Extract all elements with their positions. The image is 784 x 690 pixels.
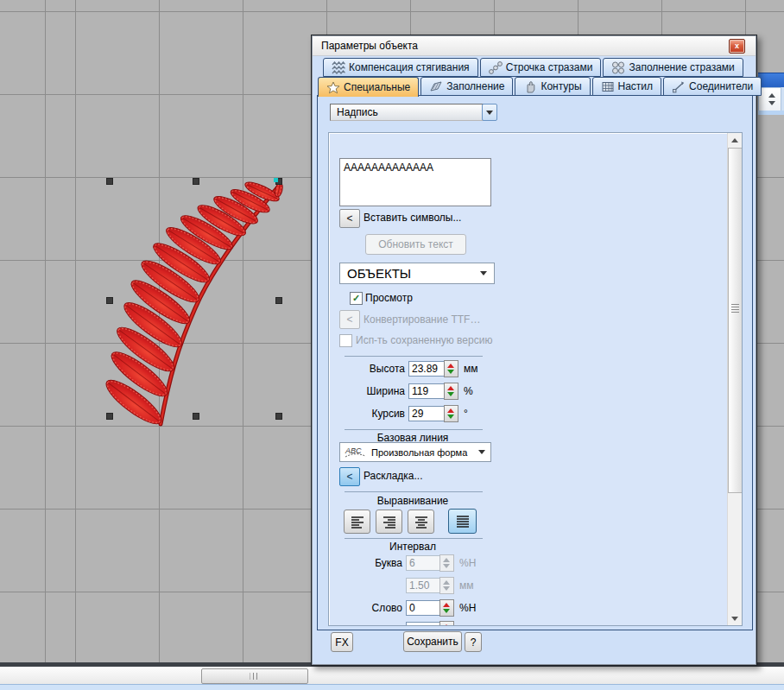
- spin-down-icon[interactable]: [447, 392, 454, 396]
- tab-underlay[interactable]: Настил: [592, 77, 662, 96]
- tab-row-top: Компенсация стягивания Строчка стразами …: [323, 58, 743, 77]
- width-spinner[interactable]: [444, 383, 458, 400]
- use-saved-checkbox[interactable]: [339, 334, 352, 347]
- rhinestone-run-icon: [489, 61, 503, 74]
- spin-up-icon[interactable]: [447, 386, 454, 390]
- dialog-titlebar[interactable]: Параметры объекта: [313, 36, 756, 56]
- svg-text:ABC: ABC: [345, 446, 362, 455]
- background-panel-sliver: [758, 111, 784, 115]
- clipped-spinner[interactable]: [439, 621, 454, 626]
- update-text-button[interactable]: Обновить текст: [365, 234, 466, 255]
- help-button[interactable]: ?: [465, 632, 482, 652]
- close-button[interactable]: x: [729, 39, 745, 54]
- letter-spacing-mm-input[interactable]: [406, 578, 442, 593]
- selection-handle[interactable]: [107, 414, 113, 420]
- tab-outlines[interactable]: Контуры: [515, 77, 590, 96]
- width-input[interactable]: [408, 383, 446, 399]
- italic-spinner[interactable]: [444, 405, 458, 422]
- italic-input[interactable]: [408, 406, 446, 421]
- spacing-heading: Интервал: [329, 541, 496, 553]
- clipped-input[interactable]: [406, 622, 442, 626]
- letter-spacing-label: Буква: [337, 557, 402, 569]
- horizontal-scrollbar-thumb[interactable]: [201, 668, 308, 684]
- horizontal-scrollbar[interactable]: [0, 667, 784, 685]
- connectors-icon: [672, 80, 686, 93]
- tab-fill[interactable]: Заполнение: [420, 77, 513, 96]
- chevron-down-icon: [480, 271, 487, 275]
- spin-down-icon[interactable]: [447, 370, 454, 374]
- tab-special[interactable]: Специальные: [318, 77, 419, 97]
- width-unit: %: [464, 385, 473, 397]
- align-right-icon: [382, 516, 397, 529]
- scroll-down-button[interactable]: [728, 611, 742, 625]
- width-label: Ширина: [339, 385, 405, 397]
- spin-up-icon[interactable]: [447, 408, 454, 413]
- spin-up-icon[interactable]: [443, 580, 450, 585]
- insert-symbols-button[interactable]: <: [339, 209, 360, 228]
- chevron-down-icon: [486, 111, 493, 115]
- tab-row-bottom: Специальные Заполнение Контуры Настил: [318, 77, 762, 97]
- selection-handle[interactable]: [107, 298, 113, 304]
- align-right-button[interactable]: [376, 510, 402, 534]
- chevron-down-icon: [478, 450, 485, 454]
- scroll-up-button[interactable]: [728, 133, 742, 147]
- spin-down-icon[interactable]: [443, 609, 450, 613]
- selection-handle[interactable]: [193, 179, 199, 185]
- spin-down-icon[interactable]: [443, 586, 450, 591]
- layout-button[interactable]: <: [339, 467, 360, 486]
- align-left-icon: [350, 516, 365, 529]
- selection-handle[interactable]: [193, 414, 199, 420]
- letter-spacing-mm-unit: мм: [459, 579, 474, 592]
- letter-spacing-input[interactable]: [406, 555, 442, 571]
- font-combobox[interactable]: ОБЪЕКТЫ: [339, 263, 495, 284]
- spinner-up-icon[interactable]: [768, 93, 775, 98]
- align-justify-button[interactable]: [448, 509, 477, 534]
- background-toolbar-bar: [758, 73, 784, 88]
- spin-up-icon[interactable]: [443, 558, 450, 562]
- spin-down-icon[interactable]: [447, 415, 454, 419]
- align-justify-icon: [455, 515, 471, 528]
- spin-up-icon[interactable]: [443, 624, 450, 626]
- preview-checkbox[interactable]: ✓: [350, 292, 363, 305]
- word-spacing-input[interactable]: [406, 600, 442, 616]
- star-icon: [326, 81, 340, 94]
- spin-up-icon[interactable]: [443, 603, 450, 607]
- tab-connectors[interactable]: Соединители: [663, 77, 762, 96]
- status-strip: [0, 684, 784, 690]
- align-left-button[interactable]: [344, 510, 370, 534]
- red-frond-design[interactable]: [101, 179, 284, 430]
- divider: [345, 356, 483, 357]
- ttf-convert-button[interactable]: <: [339, 310, 360, 329]
- selection-handle[interactable]: [107, 179, 113, 185]
- layout-label: Раскладка...: [364, 470, 423, 482]
- triangle-down-icon: [731, 617, 738, 621]
- align-center-icon: [414, 516, 429, 529]
- tab-rhinestone-run[interactable]: Строчка стразами: [480, 58, 602, 77]
- mode-combobox[interactable]: Надпись: [330, 104, 486, 121]
- selection-handle[interactable]: [276, 414, 282, 420]
- fx-button[interactable]: FX: [331, 632, 353, 652]
- vertical-scrollbar-thumb[interactable]: [728, 148, 743, 493]
- vertical-scrollbar[interactable]: [727, 133, 742, 625]
- mode-combobox-dropdown-button[interactable]: [482, 104, 497, 121]
- tab-rhinestone-fill[interactable]: Заполнение стразами: [603, 58, 743, 77]
- spinner-down-icon[interactable]: [768, 101, 775, 105]
- baseline-combobox[interactable]: ABC Произвольная форма: [339, 442, 491, 462]
- letter-spacing-mm-spinner[interactable]: [439, 577, 454, 594]
- spin-up-icon[interactable]: [447, 364, 454, 368]
- save-button[interactable]: Сохранить: [403, 631, 462, 652]
- rotate-handle[interactable]: [274, 178, 278, 182]
- divider: [345, 429, 483, 430]
- word-spacing-spinner[interactable]: [439, 599, 454, 617]
- selection-handle[interactable]: [276, 298, 282, 304]
- insert-symbols-label: Вставить символы...: [364, 212, 461, 224]
- dialog-title: Параметры объекта: [321, 40, 418, 52]
- letter-spacing-unit: %H: [459, 557, 476, 569]
- height-input[interactable]: [408, 361, 446, 377]
- spin-down-icon[interactable]: [443, 564, 450, 568]
- align-center-button[interactable]: [408, 510, 434, 534]
- lettering-text-input[interactable]: ААААААААААААА: [339, 158, 491, 206]
- letter-spacing-spinner[interactable]: [439, 554, 454, 572]
- height-spinner[interactable]: [444, 360, 458, 377]
- tab-compensation[interactable]: Компенсация стягивания: [323, 58, 478, 77]
